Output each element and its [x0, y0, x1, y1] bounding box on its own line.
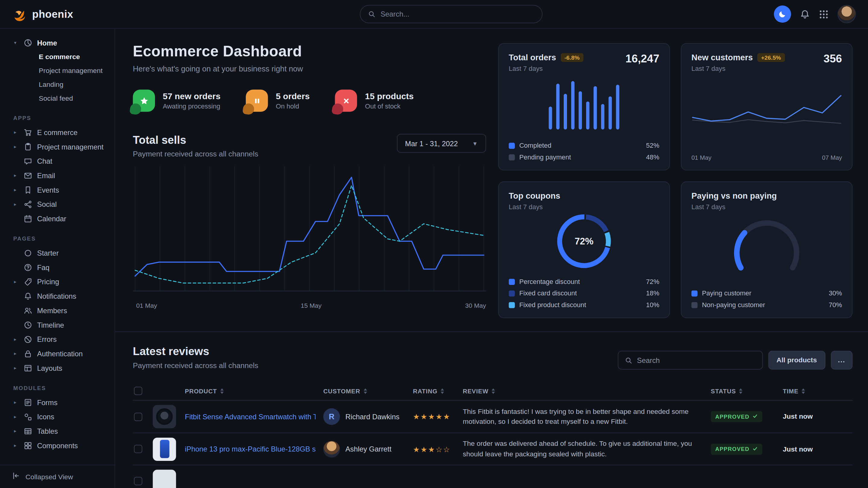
sidebar-item-forms[interactable]: ▸Forms: [0, 395, 115, 410]
sort-icon: [492, 388, 495, 394]
date-range-select[interactable]: Mar 1 - 31, 2022 ▼: [397, 134, 486, 153]
sidebar-item-landing[interactable]: Landing: [0, 77, 115, 91]
reviews-table: PRODUCTCUSTOMERRATINGREVIEWSTATUSTIMEFit…: [133, 382, 852, 488]
column-header-rating[interactable]: RATING: [413, 388, 463, 394]
brand[interactable]: phoenix: [12, 7, 73, 22]
notifications-button[interactable]: [800, 9, 810, 19]
x-axis-label: 07 May: [822, 154, 842, 161]
sidebar-item-e-commerce[interactable]: ▸E commerce: [0, 125, 115, 139]
sidebar-item-pricing[interactable]: ▸Pricing: [0, 274, 115, 289]
caret-right-icon: ▸: [12, 201, 18, 207]
sidebar-item-label: Email: [37, 171, 55, 180]
user-avatar[interactable]: [838, 5, 856, 24]
column-header-time[interactable]: TIME: [783, 388, 852, 394]
legend-swatch: [691, 290, 698, 296]
caret-right-icon: ▸: [12, 279, 18, 284]
all-products-button[interactable]: All products: [768, 351, 825, 369]
sidebar-item-events[interactable]: ▸Events: [0, 183, 115, 197]
customer-avatar: [323, 441, 340, 457]
legend-swatch: [509, 154, 515, 160]
page-subtitle: Here's what's going on at your business …: [133, 64, 486, 73]
more-actions-button[interactable]: ...: [831, 351, 852, 369]
sidebar-item-icons[interactable]: ▸Icons: [0, 409, 115, 424]
reviews-controls: All products ...: [618, 351, 852, 369]
sidebar-item-notifications[interactable]: Notifications: [0, 289, 115, 303]
sidebar-item-faq[interactable]: Faq: [0, 260, 115, 274]
sidebar-item-chat[interactable]: Chat: [0, 154, 115, 168]
bell-icon: [800, 9, 810, 19]
caret-right-icon: ▸: [12, 144, 18, 149]
product-image-phone: [153, 437, 176, 461]
row-checkbox[interactable]: [134, 477, 142, 485]
legend-label: Fixed product discount: [519, 301, 642, 309]
card-chart: 72%: [509, 211, 659, 271]
sidebar-item-calendar[interactable]: Calendar: [0, 211, 115, 226]
app-root: phoenix ▾HomeE commerceProject managemen…: [0, 0, 868, 488]
sidebar-item-label: Icons: [37, 412, 54, 421]
sidebar-item-components[interactable]: ▸Components: [0, 438, 115, 453]
x-axis-label: 15 May: [253, 302, 369, 308]
sidebar-item-label: E commerce: [37, 128, 78, 136]
sidebar-item-label: Project management: [37, 142, 103, 151]
sidebar-item-tables[interactable]: ▸Tables: [0, 424, 115, 438]
review-time: Just now: [783, 445, 852, 453]
sidebar-item-members[interactable]: Members: [0, 303, 115, 318]
column-header-review[interactable]: REVIEW: [463, 388, 711, 394]
dashboard-overview: Ecommerce Dashboard Here's what's going …: [133, 43, 486, 318]
sidebar-item-starter[interactable]: Starter: [0, 246, 115, 260]
select-all-checkbox[interactable]: [134, 387, 142, 395]
collapsed-view-toggle[interactable]: Collapsed View: [0, 465, 115, 488]
legend-value: 10%: [646, 301, 659, 309]
sidebar-section-pages: PAGES: [0, 226, 115, 246]
sidebar-item-e-commerce[interactable]: E commerce: [0, 50, 115, 64]
sidebar-item-project-management[interactable]: Project management: [0, 64, 115, 77]
sidebar-item-layouts[interactable]: ▸Layouts: [0, 361, 115, 375]
stat-value: 57 new orders: [163, 91, 220, 101]
star-filled-icon: ★: [443, 413, 451, 421]
reviews-search[interactable]: [618, 351, 763, 369]
caret-down-icon: ▾: [12, 40, 18, 45]
column-header-customer[interactable]: CUSTOMER: [323, 388, 413, 394]
sidebar-item-project-management[interactable]: ▸Project management: [0, 139, 115, 154]
star-filled-icon: ★: [413, 413, 421, 421]
sidebar-item-social-feed[interactable]: Social feed: [0, 91, 115, 105]
collapsed-view-label: Collapsed View: [25, 473, 73, 481]
sidebar-item-email[interactable]: ▸Email: [0, 168, 115, 183]
search-icon: [625, 357, 632, 364]
row-checkbox[interactable]: [134, 412, 142, 421]
global-search[interactable]: [360, 5, 543, 24]
customer-avatar: R: [323, 409, 340, 425]
sidebar-item-label: Events: [37, 186, 59, 194]
stat-value: 5 orders: [276, 91, 310, 101]
caret-right-icon: ▸: [12, 414, 18, 419]
reviews-search-input[interactable]: [637, 356, 755, 364]
theme-toggle-button[interactable]: [774, 5, 791, 23]
stat-caption: Out of stock: [365, 102, 413, 110]
sidebar-item-authentication[interactable]: ▸Authentication: [0, 346, 115, 361]
column-header-product[interactable]: PRODUCT: [153, 388, 323, 394]
product-link[interactable]: Fitbit Sense Advanced Smartwatch with To…: [185, 412, 315, 421]
product-link[interactable]: iPhone 13 pro max-Pacific Blue-128GB sto…: [185, 445, 315, 453]
chat-icon: [23, 157, 32, 165]
apps-grid-button[interactable]: [819, 9, 829, 19]
sidebar-item-label: Authentication: [37, 349, 83, 358]
card-legend: Percentage discount72%Fixed card discoun…: [509, 274, 659, 309]
form-icon: [23, 398, 32, 406]
sidebar-item-label: Forms: [37, 398, 58, 406]
sidebar-item-social[interactable]: ▸Social: [0, 197, 115, 211]
legend-value: 18%: [646, 289, 659, 297]
legend-swatch: [509, 290, 515, 296]
legend-label: Paying customer: [702, 289, 824, 297]
sidebar-item-errors[interactable]: ▸Errors: [0, 332, 115, 346]
column-header-status[interactable]: STATUS: [711, 388, 783, 394]
sidebar-item-label: Calendar: [37, 214, 66, 223]
card-title: Top coupons: [509, 191, 560, 200]
customer-name: Richard Dawkins: [345, 412, 399, 421]
sidebar-item-label: Social: [37, 200, 57, 208]
star-empty-icon: ☆: [435, 445, 443, 454]
global-search-input[interactable]: [381, 10, 534, 19]
row-checkbox[interactable]: [134, 445, 142, 453]
sidebar-item-label: Starter: [37, 249, 59, 257]
sidebar-item-home[interactable]: ▾Home: [0, 35, 115, 50]
sidebar-item-timeline[interactable]: Timeline: [0, 318, 115, 332]
